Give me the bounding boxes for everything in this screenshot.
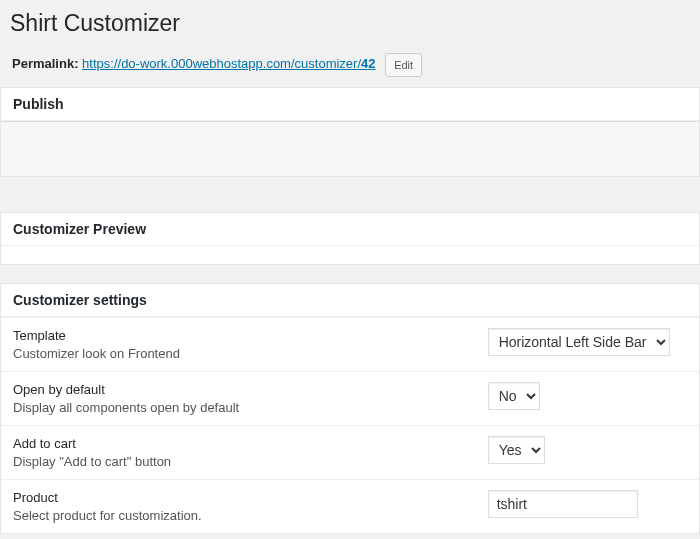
add-to-cart-select[interactable]: Yes [488, 436, 545, 464]
edit-permalink-button[interactable]: Edit [385, 53, 422, 77]
publish-title: Publish [13, 96, 64, 112]
preview-header: Customizer Preview [1, 213, 699, 246]
add-to-cart-label: Add to cart [13, 436, 464, 451]
product-label: Product [13, 490, 464, 505]
product-input[interactable] [488, 490, 638, 518]
template-select[interactable]: Horizontal Left Side Bar [488, 328, 670, 356]
row-product: Product Select product for customization… [1, 479, 699, 533]
permalink-link[interactable]: https://do-work.000webhostapp.com/custom… [82, 56, 375, 71]
settings-header: Customizer settings [1, 284, 699, 317]
row-add-to-cart: Add to cart Display "Add to cart" button… [1, 425, 699, 479]
preview-body [1, 246, 699, 264]
template-desc: Customizer look on Frontend [13, 346, 464, 361]
publish-header: Publish [1, 88, 699, 121]
permalink-bar: Permalink: https://do-work.000webhostapp… [0, 43, 700, 87]
settings-table: Template Customizer look on Frontend Hor… [1, 317, 699, 533]
open-default-select[interactable]: No [488, 382, 540, 410]
open-default-label: Open by default [13, 382, 464, 397]
permalink-label: Permalink: [12, 56, 78, 71]
open-default-desc: Display all components open by default [13, 400, 464, 415]
permalink-base: https://do-work.000webhostapp.com/custom… [82, 56, 361, 71]
add-to-cart-desc: Display "Add to cart" button [13, 454, 464, 469]
preview-box: Customizer Preview [0, 212, 700, 265]
preview-title: Customizer Preview [13, 221, 146, 237]
template-label: Template [13, 328, 464, 343]
row-template: Template Customizer look on Frontend Hor… [1, 317, 699, 371]
settings-title: Customizer settings [13, 292, 147, 308]
publish-body [1, 121, 699, 176]
page-title: Shirt Customizer [0, 0, 700, 43]
row-open-default: Open by default Display all components o… [1, 371, 699, 425]
product-desc: Select product for customization. [13, 508, 464, 523]
publish-box: Publish [0, 87, 700, 177]
settings-box: Customizer settings Template Customizer … [0, 283, 700, 534]
permalink-id: 42 [361, 56, 375, 71]
